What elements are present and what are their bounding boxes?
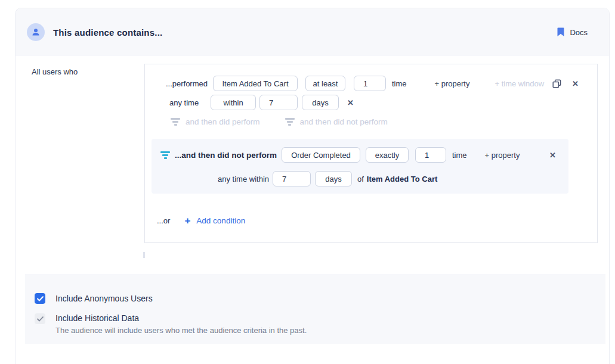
subcondition-label: ...and then did not perform [175,151,277,160]
all-users-who-label: All users who [32,67,78,76]
funnel-icon [285,118,295,126]
check-icon [37,296,44,301]
historical-data-row: Include Historical Data The audience wil… [35,313,307,335]
audience-builder-page: This audience contains... Docs All users… [0,0,615,364]
bookmark-icon [557,27,564,37]
within-select-button[interactable]: within [211,95,256,110]
funnel-icon [160,151,170,159]
plus-icon: + [184,216,190,226]
include-historical-description: The audience will include users who met … [55,326,307,335]
remove-condition-button[interactable]: ✕ [572,80,579,88]
avatar [27,23,45,41]
add-condition-button[interactable]: Add condition [196,216,245,225]
docs-button[interactable]: Docs [557,27,588,37]
or-row: ...or + Add condition [157,216,245,226]
historical-text-block: Include Historical Data The audience wil… [55,313,307,335]
of-label: of [357,175,364,183]
of-event-label: Item Added To Cart [367,175,437,183]
count-input[interactable] [354,76,386,91]
sub-add-property-button[interactable]: + property [485,151,520,160]
include-historical-check [35,313,45,324]
add-property-button[interactable]: + property [435,79,470,88]
sub-time-label: time [452,151,467,160]
connector-tick [143,252,145,258]
performed-row: ...performed Item Added To Cart at least… [145,76,597,91]
sub-count-input[interactable] [415,147,446,163]
sub-unit-select-button[interactable]: days [315,171,352,186]
condition-card: ...performed Item Added To Cart at least… [144,64,598,243]
include-anonymous-checkbox[interactable] [35,293,45,304]
time-window-row: any time within days ✕ [145,95,597,110]
add-time-window-button[interactable]: + time window [495,79,544,88]
remove-subcondition-button[interactable]: ✕ [549,151,556,159]
operator-select-button[interactable]: at least [305,76,345,91]
docs-label: Docs [570,28,588,37]
and-then-did-not-perform-option[interactable]: and then did not perform [300,117,388,126]
user-icon [31,27,41,37]
sub-window-count-input[interactable] [273,171,311,186]
audience-header: This audience contains... Docs [16,8,609,56]
include-historical-label: Include Historical Data [55,313,307,323]
followup-options-row: and then did perform and then did not pe… [145,117,597,126]
include-anonymous-label: Include Anonymous Users [55,294,153,303]
duplicate-icon [552,79,561,88]
event-select-button[interactable]: Item Added To Cart [213,76,298,91]
subcondition-card: ...and then did not perform Order Comple… [152,139,568,194]
check-icon [37,316,44,322]
subcondition-row: ...and then did not perform Order Comple… [152,147,568,163]
unit-select-button[interactable]: days [302,95,339,110]
subcondition-window-row: any time within days of Item Added To Ca… [152,171,568,186]
or-label: ...or [157,216,170,225]
performed-label: ...performed [163,79,208,88]
page-title: This audience contains... [53,27,162,38]
funnel-icon [171,118,180,126]
sub-operator-select-button[interactable]: exactly [366,147,409,163]
duplicate-button[interactable] [552,79,561,88]
options-panel: Include Anonymous Users Include Historic… [25,274,605,344]
remove-time-window-button[interactable]: ✕ [347,99,354,107]
and-then-did-perform-option[interactable]: and then did perform [186,117,260,126]
sub-event-select-button[interactable]: Order Completed [282,147,360,163]
time-label: time [392,79,407,88]
window-count-input[interactable] [259,95,298,110]
sub-any-time-within-label: any time within [217,175,269,183]
any-time-label: any time [169,98,197,107]
anonymous-users-row: Include Anonymous Users [35,293,153,304]
